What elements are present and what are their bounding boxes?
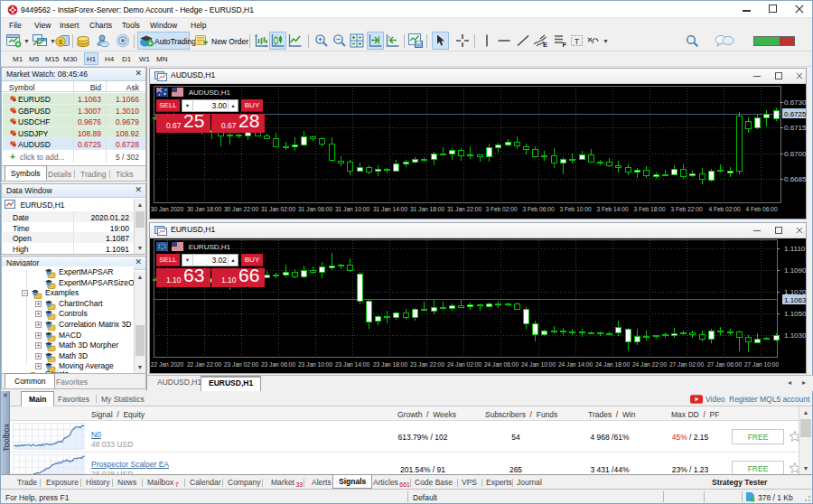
svg-text:T: T <box>575 37 580 46</box>
svg-text:1.1030: 1.1030 <box>784 331 806 340</box>
svg-text:23 Jan 10:00: 23 Jan 10:00 <box>298 361 332 368</box>
svg-text:4 Feb 06:00: 4 Feb 06:00 <box>745 206 778 212</box>
svg-text:30 Jan 18:00: 30 Jan 18:00 <box>187 206 221 212</box>
svg-text:27 Jan 06:00: 27 Jan 06:00 <box>707 361 742 368</box>
svg-text:3 Feb 06:00: 3 Feb 06:00 <box>522 206 555 212</box>
svg-text:1.1090: 1.1090 <box>784 266 806 275</box>
svg-text:4 Feb 02:00: 4 Feb 02:00 <box>708 206 741 212</box>
svg-text:3 Feb 22:00: 3 Feb 22:00 <box>670 206 703 212</box>
svg-text:31 Jan 10:00: 31 Jan 10:00 <box>335 206 369 212</box>
svg-text:0.6685: 0.6685 <box>784 175 806 183</box>
svg-text:1.1110: 1.1110 <box>784 245 806 253</box>
svg-text:22 Jan 2020: 22 Jan 2020 <box>151 361 184 368</box>
svg-text:23 Jan 18:00: 23 Jan 18:00 <box>373 361 407 368</box>
svg-text:31 Jan 22:00: 31 Jan 22:00 <box>447 206 481 212</box>
svg-text:23 Jan 02:00: 23 Jan 02:00 <box>224 361 258 368</box>
svg-text:23 Jan 06:00: 23 Jan 06:00 <box>261 361 295 368</box>
svg-text:31 Jan 14:00: 31 Jan 14:00 <box>373 206 407 212</box>
svg-text:0.6700: 0.6700 <box>784 150 806 158</box>
svg-text:0.6725: 0.6725 <box>784 110 806 118</box>
svg-text:0.6730: 0.6730 <box>784 98 806 107</box>
svg-text:24 Jan 10:00: 24 Jan 10:00 <box>521 361 556 368</box>
svg-text:23 Jan 14:00: 23 Jan 14:00 <box>335 361 369 368</box>
svg-text:24 Jan 06:00: 24 Jan 06:00 <box>484 361 519 368</box>
svg-text:22 Jan 22:00: 22 Jan 22:00 <box>187 361 221 368</box>
svg-text:1.1050: 1.1050 <box>784 310 806 318</box>
svg-text:0.6715: 0.6715 <box>784 124 806 132</box>
svg-text:23 Jan 22:00: 23 Jan 22:00 <box>410 361 444 368</box>
svg-text:24 Jan 14:00: 24 Jan 14:00 <box>558 361 593 368</box>
svg-text:24 Jan 18:00: 24 Jan 18:00 <box>595 361 630 368</box>
svg-text:30 Jan 22:00: 30 Jan 22:00 <box>224 206 258 212</box>
svg-text:$: $ <box>59 38 63 46</box>
svg-text:3 Feb 02:00: 3 Feb 02:00 <box>485 206 518 212</box>
svg-text:E: E <box>543 41 547 48</box>
svg-text:F: F <box>563 41 567 48</box>
svg-text:31 Jan 06:00: 31 Jan 06:00 <box>298 206 332 212</box>
svg-text:31 Jan 02:00: 31 Jan 02:00 <box>261 206 295 212</box>
svg-text:24 Jan 02:00: 24 Jan 02:00 <box>447 361 481 368</box>
svg-text:3 Feb 14:00: 3 Feb 14:00 <box>596 206 629 212</box>
svg-text:27 Jan 10:00: 27 Jan 10:00 <box>744 361 779 368</box>
svg-text:24 Jan 22:00: 24 Jan 22:00 <box>632 361 667 368</box>
svg-text:31 Jan 18:00: 31 Jan 18:00 <box>410 206 444 212</box>
svg-text:1.1063: 1.1063 <box>784 296 806 304</box>
svg-text:3 Feb 18:00: 3 Feb 18:00 <box>633 206 666 212</box>
svg-text:3 Feb 10:00: 3 Feb 10:00 <box>559 206 592 212</box>
svg-text:30 Jan 2020: 30 Jan 2020 <box>151 206 184 212</box>
svg-text:27 Jan 02:00: 27 Jan 02:00 <box>669 361 704 368</box>
